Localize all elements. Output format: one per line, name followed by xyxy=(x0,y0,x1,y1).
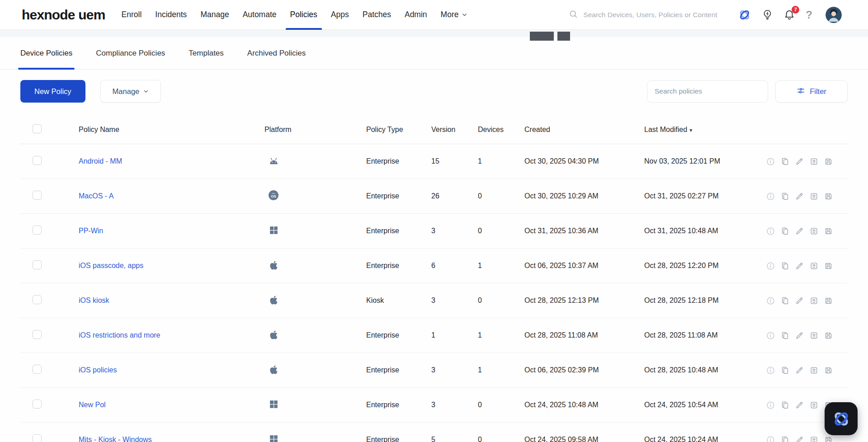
duplicate-icon[interactable] xyxy=(781,436,789,442)
filter-button[interactable]: Filter xyxy=(775,80,848,103)
filter-tune-icon xyxy=(797,86,805,97)
save-icon[interactable] xyxy=(824,227,833,235)
edit-icon[interactable] xyxy=(795,227,804,235)
versions-icon[interactable] xyxy=(810,366,818,375)
nav-item-apps[interactable]: Apps xyxy=(326,0,354,30)
policy-version: 15 xyxy=(431,157,478,165)
info-icon[interactable] xyxy=(766,366,775,375)
edit-icon[interactable] xyxy=(795,366,804,375)
info-icon[interactable] xyxy=(766,401,775,409)
row-checkbox[interactable] xyxy=(33,226,42,235)
row-checkbox[interactable] xyxy=(33,400,42,409)
policy-version: 6 xyxy=(431,262,478,270)
duplicate-icon[interactable] xyxy=(781,331,789,340)
policy-tabs: Device Policies Compliance Policies Temp… xyxy=(0,37,868,70)
policy-name-link[interactable]: iOS restrictions and more xyxy=(79,331,160,339)
help-icon[interactable]: ? xyxy=(806,9,812,21)
row-checkbox[interactable] xyxy=(33,156,42,165)
policy-name-link[interactable]: Mits - Kiosk - Windows xyxy=(79,436,152,442)
edit-icon[interactable] xyxy=(795,331,804,340)
versions-icon[interactable] xyxy=(810,436,818,442)
policy-name-link[interactable]: Android - MM xyxy=(79,157,122,165)
duplicate-icon[interactable] xyxy=(781,157,789,166)
nav-item-more[interactable]: More xyxy=(436,0,472,30)
versions-icon[interactable] xyxy=(810,192,818,201)
info-icon[interactable] xyxy=(766,157,775,166)
versions-icon[interactable] xyxy=(810,401,818,409)
policy-name-link[interactable]: New Pol xyxy=(79,401,106,409)
info-icon[interactable] xyxy=(766,227,775,235)
row-checkbox[interactable] xyxy=(33,365,42,374)
versions-icon[interactable] xyxy=(810,157,818,166)
info-icon[interactable] xyxy=(766,262,775,270)
duplicate-icon[interactable] xyxy=(781,262,789,270)
edit-icon[interactable] xyxy=(795,436,804,442)
save-icon[interactable] xyxy=(824,262,833,270)
edit-icon[interactable] xyxy=(795,192,804,201)
genie-icon[interactable] xyxy=(738,8,751,22)
versions-icon[interactable] xyxy=(810,262,818,270)
nav-item-manage[interactable]: Manage xyxy=(196,0,233,30)
table-body: Android - MM Enterprise 15 1 Oct 30, 202… xyxy=(20,144,848,442)
policy-name-link[interactable]: iOS policies xyxy=(79,366,117,374)
whats-new-bulb-icon[interactable] xyxy=(762,9,773,20)
row-checkbox[interactable] xyxy=(33,260,42,269)
user-avatar[interactable] xyxy=(826,7,842,23)
duplicate-icon[interactable] xyxy=(781,401,789,409)
tab-device-policies[interactable]: Device Policies xyxy=(20,37,72,70)
save-icon[interactable] xyxy=(824,366,833,375)
row-checkbox[interactable] xyxy=(33,330,42,339)
placeholder-block xyxy=(530,32,554,41)
select-all-checkbox[interactable] xyxy=(33,124,42,133)
policy-devices: 0 xyxy=(478,436,524,442)
edit-icon[interactable] xyxy=(795,401,804,409)
manage-dropdown-button[interactable]: Manage xyxy=(100,80,161,103)
save-icon[interactable] xyxy=(824,192,833,201)
col-last-modified[interactable]: Last Modified▾ xyxy=(644,126,766,134)
policy-name-link[interactable]: PP-Win xyxy=(79,227,103,235)
col-platform: Platform xyxy=(264,126,366,134)
save-icon[interactable] xyxy=(824,331,833,340)
genie-widget-button[interactable] xyxy=(825,402,858,435)
versions-icon[interactable] xyxy=(810,331,818,340)
policy-modified: Oct 28, 2025 12:20 PM xyxy=(644,262,766,270)
global-search[interactable] xyxy=(569,9,719,20)
android-icon xyxy=(268,156,279,167)
row-checkbox[interactable] xyxy=(33,191,42,200)
info-icon[interactable] xyxy=(766,192,775,201)
global-search-input[interactable] xyxy=(583,11,719,19)
tab-compliance-policies[interactable]: Compliance Policies xyxy=(96,37,165,70)
nav-item-patches[interactable]: Patches xyxy=(358,0,396,30)
save-icon[interactable] xyxy=(824,296,833,305)
nav-item-enroll[interactable]: Enroll xyxy=(117,0,146,30)
main-nav: Enroll Incidents Manage Automate Policie… xyxy=(117,0,472,30)
tab-templates[interactable]: Templates xyxy=(189,37,223,70)
edit-icon[interactable] xyxy=(795,262,804,270)
duplicate-icon[interactable] xyxy=(781,296,789,305)
policy-name-link[interactable]: iOS kiosk xyxy=(79,296,109,304)
versions-icon[interactable] xyxy=(810,227,818,235)
nav-item-incidents[interactable]: Incidents xyxy=(151,0,191,30)
nav-item-policies[interactable]: Policies xyxy=(286,0,322,30)
policy-name-link[interactable]: iOS passcode, apps xyxy=(79,262,143,269)
info-icon[interactable] xyxy=(766,296,775,305)
duplicate-icon[interactable] xyxy=(781,227,789,235)
new-policy-button[interactable]: New Policy xyxy=(20,80,85,103)
nav-item-automate[interactable]: Automate xyxy=(238,0,281,30)
row-checkbox[interactable] xyxy=(33,434,42,442)
duplicate-icon[interactable] xyxy=(781,192,789,201)
policy-name-link[interactable]: MacOS - A xyxy=(79,192,113,200)
notifications-bell-icon[interactable]: 7 xyxy=(783,9,795,21)
nav-item-admin[interactable]: Admin xyxy=(400,0,432,30)
policy-search-input[interactable] xyxy=(647,80,768,103)
info-icon[interactable] xyxy=(766,436,775,442)
duplicate-icon[interactable] xyxy=(781,366,789,375)
save-icon[interactable] xyxy=(824,157,833,166)
versions-icon[interactable] xyxy=(810,296,818,305)
row-checkbox[interactable] xyxy=(33,295,42,304)
tab-archived-policies[interactable]: Archived Policies xyxy=(247,37,306,70)
save-icon[interactable] xyxy=(824,436,833,442)
edit-icon[interactable] xyxy=(795,296,804,305)
edit-icon[interactable] xyxy=(795,157,804,166)
info-icon[interactable] xyxy=(766,331,775,340)
